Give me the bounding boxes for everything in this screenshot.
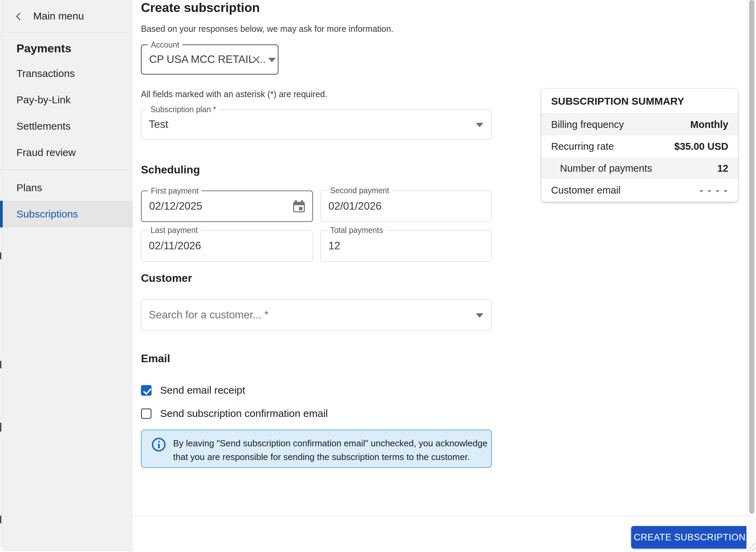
subscription-summary-card: SUBSCRIPTION SUMMARY Billing frequency M…: [542, 89, 738, 202]
email-heading: Email: [141, 352, 170, 365]
summary-title: SUBSCRIPTION SUMMARY: [542, 89, 738, 114]
sidebar-back-header[interactable]: Main menu: [0, 0, 133, 32]
summary-row-number-of-payments: Number of payments 12: [542, 157, 738, 179]
customer-search-placeholder: Search for a customer... *: [149, 309, 269, 321]
sidebar-item-transactions[interactable]: Transactions: [16, 68, 75, 79]
calendar-icon[interactable]: [293, 200, 305, 212]
edge-artifact: [0, 516, 1, 523]
create-subscription-page: Main menu Payments Transactions Pay-by-L…: [0, 0, 756, 552]
number-of-payments-label: Number of payments: [551, 163, 652, 174]
chevron-left-icon[interactable]: [16, 13, 24, 21]
notice-text: By leaving "Send subscription confirmati…: [173, 436, 488, 464]
page-title: Create subscription: [141, 1, 260, 15]
back-to-main-menu[interactable]: Main menu: [33, 10, 84, 22]
footer-divider: [133, 516, 746, 516]
recurring-rate-value: $35.00 USD: [674, 141, 728, 152]
first-payment-field[interactable]: First payment 02/12/2025: [141, 190, 313, 222]
customer-email-label: Customer email: [551, 185, 621, 196]
last-payment-label: Last payment: [147, 226, 201, 235]
send-confirmation-email-row: Send subscription confirmation email: [141, 408, 328, 419]
send-email-receipt-label: Send email receipt: [160, 384, 245, 396]
create-subscription-button[interactable]: CREATE SUBSCRIPTION: [631, 526, 748, 549]
last-payment-field[interactable]: Last payment 02/11/2026: [141, 230, 313, 262]
second-payment-value: 02/01/2026: [328, 200, 381, 212]
summary-row-customer-email: Customer email - - - -: [542, 179, 738, 201]
sidebar-item-pay-by-link[interactable]: Pay-by-Link: [16, 94, 70, 106]
sidebar-divider: [0, 170, 133, 170]
resize-grip-icon[interactable]: [746, 542, 755, 551]
chevron-down-icon[interactable]: [476, 313, 483, 318]
account-label: Account: [148, 40, 182, 49]
second-payment-label: Second payment: [327, 186, 392, 195]
scrollbar-thumb[interactable]: [749, 0, 754, 514]
first-payment-label: First payment: [148, 186, 201, 195]
required-fields-note: All fields marked with an asterisk (*) a…: [141, 89, 327, 99]
total-payments-field[interactable]: Total payments 12: [321, 230, 492, 262]
main-content: Create subscription Based on your respon…: [133, 0, 746, 552]
page-subtitle: Based on your responses below, we may as…: [141, 24, 393, 34]
edge-artifact: [0, 361, 1, 368]
sidebar-item-subscriptions[interactable]: Subscriptions: [0, 201, 133, 227]
sidebar-section-title: Payments: [16, 42, 71, 55]
confirmation-email-notice: By leaving "Send subscription confirmati…: [141, 430, 492, 468]
scheduling-heading: Scheduling: [141, 163, 200, 176]
subscription-plan-label: Subscription plan *: [147, 105, 219, 114]
clear-account-icon[interactable]: ×: [252, 52, 261, 67]
send-confirmation-email-checkbox[interactable]: [141, 408, 152, 419]
customer-email-value: - - - -: [700, 185, 728, 196]
number-of-payments-value: 12: [717, 163, 728, 174]
last-payment-value: 02/11/2026: [149, 240, 201, 252]
total-payments-label: Total payments: [327, 226, 386, 235]
subscription-plan-select[interactable]: Subscription plan * Test: [141, 109, 492, 140]
send-confirmation-email-label: Send subscription confirmation email: [160, 408, 328, 419]
account-value: CP USA MCC RETAIL ...: [149, 53, 266, 66]
sidebar-item-fraud-review[interactable]: Fraud review: [16, 147, 76, 158]
sidebar: Main menu Payments Transactions Pay-by-L…: [0, 0, 133, 551]
sidebar-item-settlements[interactable]: Settlements: [16, 120, 70, 132]
send-email-receipt-checkbox[interactable]: [141, 385, 152, 396]
first-payment-value: 02/12/2025: [149, 200, 202, 212]
sidebar-item-plans[interactable]: Plans: [16, 182, 42, 194]
chevron-down-icon[interactable]: [476, 123, 483, 127]
second-payment-field[interactable]: Second payment 02/01/2026: [321, 190, 492, 222]
info-icon: [152, 438, 166, 451]
total-payments-value: 12: [328, 240, 340, 252]
subscription-plan-value: Test: [149, 118, 168, 131]
selected-indicator-bar: [0, 201, 3, 227]
edge-artifact: [0, 252, 1, 259]
summary-row-recurring-rate: Recurring rate $35.00 USD: [542, 135, 738, 157]
send-email-receipt-row: Send email receipt: [141, 384, 245, 396]
billing-frequency-label: Billing frequency: [551, 119, 624, 130]
account-select[interactable]: Account CP USA MCC RETAIL ... ×: [141, 44, 278, 75]
sidebar-item-subscriptions-label: Subscriptions: [16, 208, 78, 220]
customer-search-select[interactable]: Search for a customer... *: [141, 300, 492, 330]
chevron-down-icon[interactable]: [268, 58, 276, 62]
billing-frequency-value: Monthly: [690, 119, 728, 130]
summary-row-billing-frequency: Billing frequency Monthly: [542, 114, 738, 135]
edge-artifact: [0, 423, 1, 432]
customer-heading: Customer: [141, 272, 192, 285]
recurring-rate-label: Recurring rate: [551, 141, 614, 152]
